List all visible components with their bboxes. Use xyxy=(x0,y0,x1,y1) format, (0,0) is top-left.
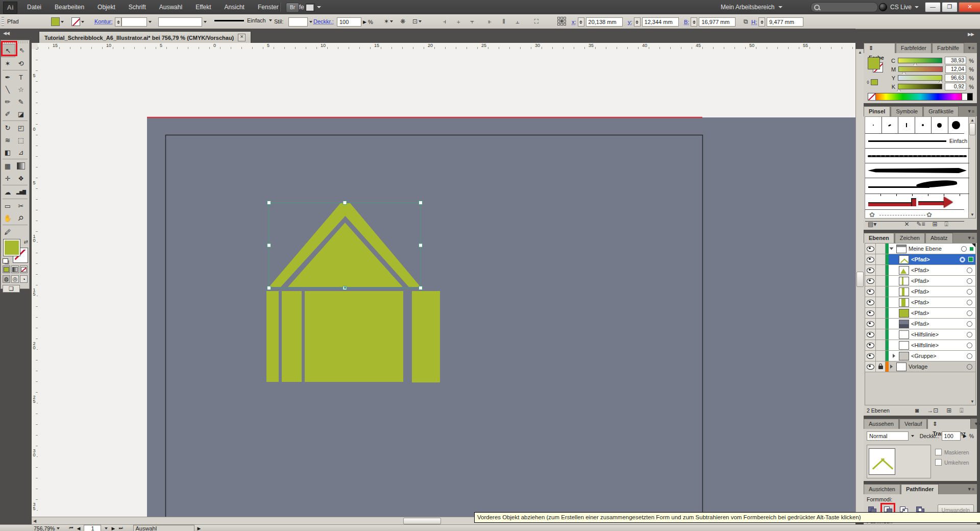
visibility-toggle[interactable] xyxy=(865,244,876,254)
perspective-grid-tool[interactable]: ⊿ xyxy=(14,146,28,158)
none-fill-button[interactable] xyxy=(20,266,28,273)
opacity-value[interactable]: 100 xyxy=(942,431,961,441)
brush-dot-5[interactable] xyxy=(932,117,948,133)
lock-toggle[interactable] xyxy=(876,361,886,372)
visibility-toggle[interactable] xyxy=(865,319,876,329)
tab-farbe[interactable]: ⇕ Farbe xyxy=(864,43,895,53)
brush-taper-row[interactable] xyxy=(865,163,969,178)
color-spectrum-bar[interactable] xyxy=(868,93,973,101)
black-value[interactable]: 0,92 xyxy=(945,83,966,90)
layer-row-pfad-bar3[interactable]: <Pfad> xyxy=(865,297,975,308)
constrain-proportions-icon[interactable]: ⧉ xyxy=(741,17,750,26)
disclosure-triangle-icon[interactable] xyxy=(890,365,893,369)
fill-proxy[interactable] xyxy=(868,57,880,69)
distribute-right-icon[interactable]: ⫠ xyxy=(513,17,522,26)
height-label[interactable]: H: xyxy=(751,19,757,25)
background-object[interactable] xyxy=(147,117,855,517)
cs-live-menu[interactable]: CS Live xyxy=(879,0,919,14)
tab-symbole[interactable]: Symbole xyxy=(891,106,923,116)
width-tool[interactable]: ≋ xyxy=(1,134,14,146)
canvas[interactable] xyxy=(38,49,855,517)
visibility-toggle[interactable] xyxy=(865,308,876,318)
fill-stroke-control[interactable]: ⇄ xyxy=(1,238,29,264)
layer-row-gruppe[interactable]: <Gruppe> xyxy=(865,351,975,361)
brush-dot-2[interactable] xyxy=(882,117,899,133)
fill-color-control[interactable] xyxy=(51,17,64,26)
lock-toggle[interactable] xyxy=(876,276,886,286)
brush-definition-dropdown[interactable]: Einfach xyxy=(214,17,272,23)
layer-row-pfad-gray[interactable]: <Pfad> xyxy=(865,319,975,329)
stepper-icon[interactable] xyxy=(691,17,697,27)
maskieren-checkbox[interactable]: Maskieren xyxy=(935,449,969,455)
wall-bar-right[interactable] xyxy=(412,291,440,382)
flyout-arrow-icon[interactable]: ▶ xyxy=(363,19,366,25)
cyan-value[interactable]: 38,93 xyxy=(945,57,966,64)
opacity-field[interactable]: 100 ▶ % xyxy=(337,17,373,27)
lock-toggle[interactable] xyxy=(876,244,886,254)
menu-datei[interactable]: Datei xyxy=(20,0,48,14)
layer-row-pfad-bar1[interactable]: <Pfad> xyxy=(865,276,975,286)
magenta-slider[interactable] xyxy=(898,66,943,72)
zoom-level-control[interactable]: 756,79% xyxy=(34,525,60,531)
fill-proxy-swatch[interactable] xyxy=(4,239,20,256)
menu-objekt[interactable]: Objekt xyxy=(91,0,122,14)
stepper-icon[interactable] xyxy=(634,17,641,27)
black-slider[interactable] xyxy=(898,84,942,89)
visibility-toggle[interactable] xyxy=(865,340,876,350)
stroke-weight-value[interactable] xyxy=(121,17,147,27)
disclosure-triangle-icon[interactable] xyxy=(893,354,895,358)
new-brush-icon[interactable]: ⊞ xyxy=(933,221,938,228)
document-tab[interactable]: Tutorial_Schreibblock_A6_Illustrator.ai*… xyxy=(39,31,251,43)
select-similar-icon[interactable]: ✶ xyxy=(384,17,393,26)
brush-feather-row[interactable] xyxy=(865,178,969,194)
layer-row-pfad-square[interactable]: <Pfad> xyxy=(865,308,975,319)
panel-menu-icon[interactable]: ▼≡ xyxy=(965,43,977,53)
panel-menu-icon[interactable]: ▼≡ xyxy=(965,233,977,243)
width-label[interactable]: B: xyxy=(684,19,689,25)
stepper-icon[interactable] xyxy=(115,17,121,27)
draw-behind-button[interactable]: ◎ xyxy=(11,275,19,283)
yellow-slider[interactable] xyxy=(898,75,942,81)
brush-ornament-row[interactable]: ✿ ✿ xyxy=(865,210,964,222)
lock-toggle[interactable] xyxy=(876,297,886,307)
visibility-toggle[interactable] xyxy=(865,265,876,275)
paintbrush-tool[interactable]: ✏ xyxy=(1,95,14,108)
lock-toggle[interactable] xyxy=(876,340,886,350)
knife-tool[interactable]: 🖉 xyxy=(1,226,14,238)
lock-toggle[interactable] xyxy=(876,286,886,297)
shape-builder-tool[interactable]: ◧ xyxy=(1,146,14,158)
target-circle-icon[interactable] xyxy=(967,268,972,273)
search-input[interactable] xyxy=(811,2,878,12)
rotate-tool[interactable]: ↻ xyxy=(1,122,14,134)
visibility-toggle[interactable] xyxy=(865,286,876,297)
x-value[interactable]: 20,138 mm xyxy=(586,17,623,27)
isolate-selected-object-icon[interactable]: ⊡ xyxy=(412,17,422,26)
y-value[interactable]: 12,344 mm xyxy=(642,17,679,27)
none-color-swatch[interactable] xyxy=(868,93,876,100)
brush-dot-1[interactable] xyxy=(865,117,882,133)
minimize-button[interactable]: — xyxy=(925,2,941,12)
scale-tool[interactable]: ◰ xyxy=(14,122,28,134)
blob-brush-tool[interactable]: ✐ xyxy=(1,108,14,120)
last-artboard-icon[interactable]: ⏭ xyxy=(118,525,122,531)
shape-tool[interactable]: ☆ xyxy=(14,83,28,95)
opacity-link[interactable]: Deckkr.: xyxy=(313,18,334,25)
restore-button[interactable]: ❐ xyxy=(942,2,958,12)
zoom-level-value[interactable]: 756,79% xyxy=(34,525,55,531)
lock-toggle[interactable] xyxy=(876,319,886,329)
vertical-scrollbar[interactable]: ▲ ▼ xyxy=(855,49,864,517)
stroke-color-control[interactable] xyxy=(71,17,84,26)
artboard-tool[interactable]: ▭ xyxy=(1,200,14,212)
workspace-switcher[interactable]: Mein Arbeitsbereich xyxy=(721,0,782,14)
type-tool[interactable]: T xyxy=(14,71,28,83)
scroll-up-icon[interactable]: ▲ xyxy=(858,50,862,55)
distribute-left-icon[interactable]: ⫦ xyxy=(485,17,495,26)
menu-bearbeiten[interactable]: Bearbeiten xyxy=(48,0,91,14)
tab-pinsel[interactable]: Pinsel xyxy=(864,106,890,116)
layer-row-vorlage[interactable]: Vorlage xyxy=(865,361,975,372)
white-swatch[interactable] xyxy=(962,93,967,100)
visibility-toggle[interactable] xyxy=(865,254,876,264)
status-display[interactable]: Auswahl ▶ xyxy=(133,525,201,531)
tab-zeichen[interactable]: Zeichen xyxy=(895,233,925,243)
horizontal-scroll-thumb[interactable] xyxy=(403,518,441,524)
